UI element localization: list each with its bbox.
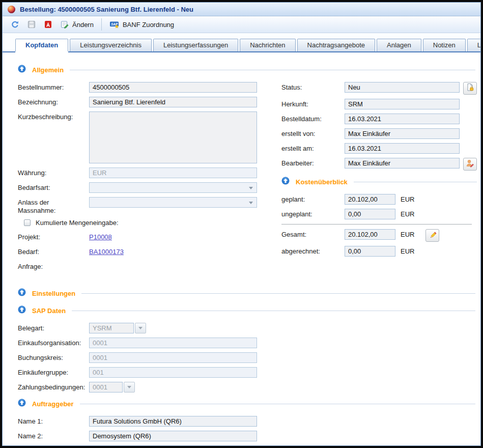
- field-row: Zahlungsbedingungen: 0001: [18, 382, 475, 393]
- belegart-label: Belegart:: [18, 323, 89, 332]
- section-collapse-icon[interactable]: [18, 399, 26, 409]
- name1-field[interactable]: Futura Solutions GmbH (QR6): [89, 416, 257, 427]
- waehrung-select[interactable]: EUR: [89, 167, 257, 178]
- bestelldatum-label: Bestelldatum:: [281, 114, 345, 123]
- section-header-allgemein: Allgemein: [18, 65, 475, 75]
- title-bar: Bestellung: 4500000505 Sanierung Btf. Li…: [3, 3, 480, 16]
- anlass-label: Anlass der Massnahme:: [18, 197, 89, 215]
- gesamt-field: 20.102,00: [345, 229, 395, 240]
- pdf-button[interactable]: [40, 18, 56, 31]
- field-row: Bedarf: BA1000173: [18, 246, 281, 257]
- kumulierte-label: Kumulierte Mengeneingabe:: [36, 219, 119, 227]
- projekt-label: Projekt:: [18, 232, 89, 241]
- tab-nachrichten[interactable]: Nachrichten: [240, 39, 295, 51]
- field-row: Bezeichnung: Sanierung Btf. Lierenfeld: [18, 97, 281, 107]
- section-collapse-icon[interactable]: [18, 288, 26, 298]
- field-row: Buchungskreis: 0001: [18, 352, 475, 363]
- field-row: Bearbeiter: Max Einkäufer: [281, 158, 477, 171]
- tab-log[interactable]: Log: [467, 39, 481, 51]
- ungeplant-field: 0,00: [345, 209, 395, 219]
- field-row: erstellt am: 16.03.2021: [281, 143, 477, 154]
- einkaufsorganisation-label: Einkaufsorganisation:: [18, 338, 89, 347]
- section-collapse-icon[interactable]: [18, 305, 26, 316]
- gesamt-currency: EUR: [401, 229, 414, 240]
- section-collapse-icon[interactable]: [281, 177, 290, 187]
- user-edit-icon: [466, 159, 474, 170]
- name2-label: Name 2:: [18, 431, 89, 440]
- belegart-combo[interactable]: YSRM: [89, 323, 146, 333]
- buchungskreis-label: Buchungskreis:: [18, 352, 89, 362]
- aendern-button[interactable]: Ändern: [56, 18, 98, 31]
- section-rule: [80, 404, 475, 404]
- chevron-down-icon[interactable]: [135, 323, 146, 333]
- ungeplant-currency: EUR: [401, 209, 414, 219]
- name1-label: Name 1:: [18, 416, 89, 426]
- field-row: geplant: 20.102,00 EUR: [281, 194, 477, 205]
- tab-nachtragsangebote[interactable]: Nachtragsangebote: [297, 39, 375, 51]
- pdf-icon: [44, 20, 52, 29]
- bedarfsart-select[interactable]: [89, 182, 257, 193]
- kosten-divider: [281, 224, 472, 225]
- anlass-select[interactable]: [89, 197, 257, 208]
- field-row: erstellt von: Max Einkäufer: [281, 128, 477, 139]
- edit-gesamt-button[interactable]: [425, 229, 439, 242]
- field-row: Herkunft: SRM: [281, 99, 477, 109]
- zahlungsbedingungen-field[interactable]: 0001: [89, 382, 123, 393]
- name2-field[interactable]: Demosystem (QR6): [89, 431, 257, 441]
- field-row: Bestellnummer: 4500000505: [18, 82, 281, 93]
- kurzbeschreibung-field[interactable]: [89, 111, 257, 163]
- status-history-button[interactable]: [463, 82, 477, 95]
- zahlungsbedingungen-combo[interactable]: 0001: [89, 382, 135, 393]
- field-row: ungeplant: 0,00 EUR: [281, 209, 477, 219]
- field-row: Name 2: Demosystem (QR6): [18, 431, 475, 441]
- buchungskreis-select[interactable]: 0001: [89, 352, 257, 363]
- save-button[interactable]: [23, 18, 40, 31]
- tab-kopfdaten[interactable]: Kopfdaten: [15, 39, 68, 51]
- field-row: Kurzbeschreibung:: [18, 111, 281, 163]
- change-bearbeiter-button[interactable]: [463, 158, 477, 171]
- abgerechnet-currency: EUR: [401, 246, 414, 257]
- section-collapse-icon[interactable]: [18, 65, 26, 75]
- doc-lock-icon: [466, 83, 474, 94]
- einkaeufergruppe-select[interactable]: 001: [89, 367, 257, 378]
- abgerechnet-field: 0,00: [345, 246, 395, 257]
- refresh-button[interactable]: [7, 18, 23, 31]
- section-rule: [72, 311, 475, 311]
- bedarf-label: Bedarf:: [18, 246, 89, 256]
- chevron-down-icon[interactable]: [124, 382, 135, 393]
- banf-zuordnung-button[interactable]: SAP BANF Zuordnung: [105, 18, 178, 31]
- field-row: Einkaufsorganisation: 0001: [18, 338, 475, 348]
- erstellt-am-field: 16.03.2021: [345, 143, 460, 154]
- kumulierte-checkbox[interactable]: [24, 219, 31, 226]
- bestellnummer-field[interactable]: 4500000505: [89, 82, 257, 93]
- tab-leistungserfassungen[interactable]: Leistungserfassungen: [153, 39, 238, 51]
- einkaufsorganisation-select[interactable]: 0001: [89, 338, 257, 348]
- field-row: Anfrage:: [18, 261, 281, 271]
- field-row: Projekt: P10008: [18, 232, 281, 242]
- geplant-currency: EUR: [401, 194, 414, 205]
- status-column: Status: Neu Herkunft: SRM Bestelldatum: …: [281, 82, 477, 261]
- edit-note-icon: [61, 20, 69, 29]
- herkunft-label: Herkunft:: [281, 99, 345, 108]
- projekt-link[interactable]: P10008: [89, 232, 112, 242]
- tab-notizen[interactable]: Notizen: [423, 39, 466, 51]
- chevron-down-icon: [249, 187, 253, 189]
- section-rule: [354, 182, 477, 182]
- window-title: Bestellung: 4500000505 Sanierung Btf. Li…: [20, 6, 193, 13]
- tab-anlagen[interactable]: Anlagen: [377, 39, 421, 51]
- belegart-field[interactable]: YSRM: [89, 323, 134, 333]
- field-row: Einkäufergruppe: 001: [18, 367, 475, 378]
- aendern-label: Ändern: [72, 21, 94, 29]
- kumulierte-row: Kumulierte Mengeneingabe:: [24, 219, 281, 227]
- status-field: Neu: [345, 82, 460, 93]
- tab-strip: Kopfdaten Leistungsverzeichnis Leistungs…: [3, 33, 480, 52]
- anfrage-label: Anfrage:: [18, 261, 89, 271]
- section-rule: [81, 293, 475, 294]
- app-icon: [8, 6, 15, 13]
- bezeichnung-field[interactable]: Sanierung Btf. Lierenfeld: [89, 97, 257, 107]
- bestelldatum-field: 16.03.2021: [345, 114, 460, 124]
- erstellt-am-label: erstellt am:: [281, 143, 345, 153]
- bedarf-link[interactable]: BA1000173: [89, 246, 124, 257]
- tab-leistungsverzeichnis[interactable]: Leistungsverzeichnis: [70, 39, 152, 51]
- erstellt-von-label: erstellt von:: [281, 128, 345, 138]
